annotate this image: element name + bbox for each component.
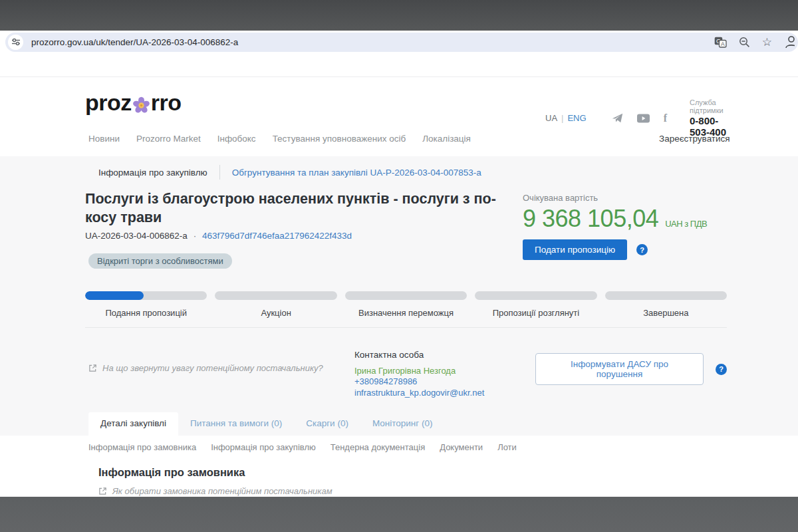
breadcrumb-divider xyxy=(219,165,220,180)
screenshot-bottom-frame xyxy=(0,497,798,532)
stage-reviewed: Пропозиції розглянуті xyxy=(475,291,597,318)
site-settings-icon[interactable] xyxy=(8,35,23,50)
facebook-icon[interactable]: f xyxy=(664,112,667,124)
status-badge: Відкриті торги з особливостями xyxy=(88,253,232,269)
profile-icon[interactable] xyxy=(784,35,795,49)
subnav-buyer-info[interactable]: Інформація про замовника xyxy=(88,442,196,452)
nav-item-infobox[interactable]: Інфобокс xyxy=(217,134,256,144)
zoom-out-icon[interactable] xyxy=(739,37,750,48)
stage-winner: Визначення переможця xyxy=(345,291,467,318)
social-icons: f xyxy=(612,112,667,124)
contact-phone[interactable]: +380984278986 xyxy=(354,377,484,387)
supplier-hint-link[interactable]: На що звернути увагу потенційному постач… xyxy=(88,363,323,373)
stage-bar xyxy=(345,291,467,300)
nav-item-localization[interactable]: Локалізація xyxy=(422,134,471,144)
id-separator: · xyxy=(194,231,197,241)
main-nav: Новини Prozorro Market Інфобокс Тестуван… xyxy=(88,134,471,144)
stage-bar xyxy=(215,291,336,300)
tab-monitoring[interactable]: Моніторинг (0) xyxy=(360,412,445,436)
help-icon[interactable]: ? xyxy=(636,244,648,255)
page-top-divider xyxy=(0,76,798,77)
tender-section: Інформація про закупівлю Обгрунтування т… xyxy=(0,156,798,436)
support-block: Служба підтримки 0-800-503-400 xyxy=(690,98,727,138)
logo-text-pre: proz xyxy=(85,90,132,116)
nav-item-testing[interactable]: Тестування уповноважених осіб xyxy=(273,134,406,144)
stage-label: Визначення переможця xyxy=(345,308,467,318)
support-label: Служба підтримки xyxy=(690,98,727,114)
svg-text:A: A xyxy=(721,40,725,47)
breadcrumb: Інформація про закупівлю Обгрунтування т… xyxy=(98,165,481,180)
stage-submission: Подання пропозицій xyxy=(85,291,207,318)
breadcrumb-plan-link[interactable]: Обгрунтування та план закупівлі UA-P-202… xyxy=(232,168,481,178)
lang-ua[interactable]: UA xyxy=(545,113,557,123)
url-text[interactable]: prozorro.gov.ua/uk/tender/UA-2026-03-04-… xyxy=(31,37,714,47)
tender-title-line1: Послуги із благоустрою населених пунктів… xyxy=(85,190,532,208)
stage-bar xyxy=(605,291,727,300)
progress-bar: Подання пропозицій Аукціон Визначення пе… xyxy=(85,291,727,318)
tender-title: Послуги із благоустрою населених пунктів… xyxy=(85,190,532,227)
external-link-icon xyxy=(98,487,107,495)
browser-titlebar xyxy=(0,0,798,31)
youtube-icon[interactable] xyxy=(637,114,650,123)
buyer-hint-text: Як обирати замовника потенційним постача… xyxy=(112,486,332,496)
tab-complaints[interactable]: Скарги (0) xyxy=(294,412,360,436)
header-utilities: UA | ENG f Служба підтримки 0-800-503-40… xyxy=(545,98,727,138)
tender-title-line2: косу трави xyxy=(85,208,532,227)
buyer-hint-link[interactable]: Як обирати замовника потенційним постача… xyxy=(98,486,332,496)
stage-label: Завершена xyxy=(605,308,727,318)
stage-bar xyxy=(475,291,597,300)
subnav-tender-info[interactable]: Інформація про закупівлю xyxy=(211,442,316,452)
contact-name[interactable]: Ірина Григорівна Незгода xyxy=(354,366,484,376)
logo-text-post: rro xyxy=(151,90,182,116)
contact-block: Контактна особа Ірина Григорівна Незгода… xyxy=(354,350,484,398)
details-section: Інформація про замовника Інформація про … xyxy=(0,436,798,497)
dasu-help-icon[interactable]: ? xyxy=(716,364,727,375)
external-link-icon xyxy=(88,364,97,372)
nav-item-news[interactable]: Новини xyxy=(88,134,120,144)
tender-id: UA-2026-03-04-006862-a xyxy=(85,231,188,241)
bookmark-star-icon[interactable]: ☆ xyxy=(762,37,772,48)
tab-details[interactable]: Деталі закупівлі xyxy=(88,412,178,436)
subnav-documents[interactable]: Документи xyxy=(440,442,483,452)
expected-value: 9 368 105,04 xyxy=(523,205,658,233)
stage-label: Пропозиції розглянуті xyxy=(475,308,597,318)
screenshot-frame: prozorro.gov.ua/uk/tender/UA-2026-03-04-… xyxy=(0,0,798,532)
address-bar-actions: G A ☆ xyxy=(714,35,791,49)
subnav-lots[interactable]: Лоти xyxy=(497,442,517,452)
dasu-report-button[interactable]: Інформувати ДАСУ про порушення xyxy=(535,353,704,385)
language-switcher: UA | ENG xyxy=(545,113,587,123)
browser-address-row: prozorro.gov.ua/uk/tender/UA-2026-03-04-… xyxy=(0,31,798,53)
submit-proposal-button[interactable]: Подати пропозицію xyxy=(523,239,627,260)
buyer-section-heading: Інформація про замовника xyxy=(98,466,245,479)
breadcrumb-info-tab[interactable]: Інформація про закупівлю xyxy=(98,168,207,178)
contact-email[interactable]: infrastruktura_kp.dogovir@ukr.net xyxy=(354,388,484,398)
details-subnav: Інформація про замовника Інформація про … xyxy=(88,442,517,452)
flower-icon xyxy=(132,96,150,114)
section-divider xyxy=(85,327,727,328)
prozorro-logo[interactable]: proz rro xyxy=(85,90,182,116)
stage-label: Подання пропозицій xyxy=(85,308,207,318)
tab-questions[interactable]: Питання та вимоги (0) xyxy=(178,412,294,436)
expected-value-block: Очікувана вартість 9 368 105,04 UAH з ПД… xyxy=(523,193,729,260)
stage-bar xyxy=(85,291,207,300)
stage-completed: Завершена xyxy=(605,291,727,318)
lang-separator: | xyxy=(561,113,563,123)
lang-eng[interactable]: ENG xyxy=(567,113,586,123)
stage-fill xyxy=(85,291,144,300)
expected-value-label: Очікувана вартість xyxy=(523,193,729,203)
stage-auction: Аукціон xyxy=(215,291,336,318)
register-link[interactable]: Зареєструватися xyxy=(659,134,730,144)
tender-hash-link[interactable]: 463f796d7df746efaa217962422f433d xyxy=(202,231,352,241)
stage-label: Аукціон xyxy=(215,308,336,318)
nav-item-market[interactable]: Prozorro Market xyxy=(136,134,201,144)
supplier-hint-text: На що звернути увагу потенційному постач… xyxy=(102,363,323,373)
tender-tabs: Деталі закупівлі Питання та вимоги (0) С… xyxy=(88,412,444,436)
dasu-row: Інформувати ДАСУ про порушення ? xyxy=(535,353,727,385)
contact-label: Контактна особа xyxy=(354,350,484,360)
telegram-icon[interactable] xyxy=(612,113,623,123)
translate-icon[interactable]: G A xyxy=(714,37,727,48)
currency-label: UAH з ПДВ xyxy=(665,219,707,229)
tender-id-row: UA-2026-03-04-006862-a · 463f796d7df746e… xyxy=(85,231,352,241)
address-bar[interactable]: prozorro.gov.ua/uk/tender/UA-2026-03-04-… xyxy=(5,33,798,52)
subnav-tender-docs[interactable]: Тендерна документація xyxy=(331,442,425,452)
